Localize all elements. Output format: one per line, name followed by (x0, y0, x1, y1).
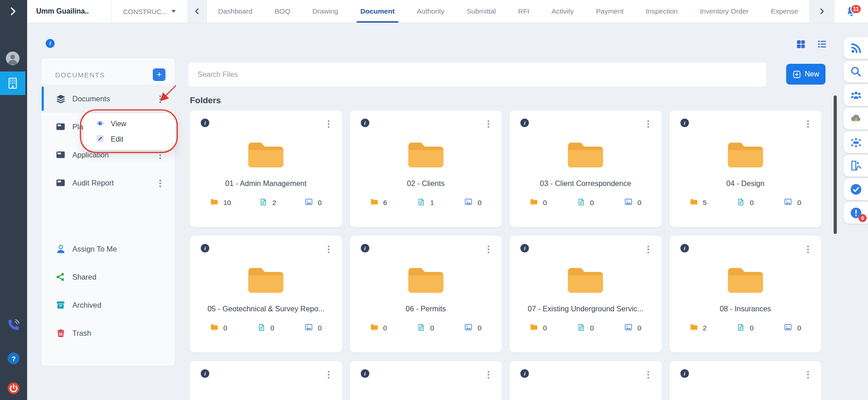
tab-authority[interactable]: Authority (417, 0, 444, 23)
folder-icon (350, 140, 502, 169)
right-rail-team-button[interactable] (844, 84, 868, 106)
folder-card[interactable]: i⋮01 - Admin Management1020 (190, 110, 342, 227)
card-kebab-icon[interactable]: ⋮ (481, 117, 495, 131)
card-kebab-icon[interactable]: ⋮ (801, 117, 815, 131)
mini-doc-icon (737, 198, 745, 208)
right-rail-meeting-button[interactable] (844, 131, 868, 153)
info-icon[interactable]: i (520, 369, 529, 378)
folder-card-partial[interactable]: i⋮ (190, 361, 342, 400)
folder-tab-icon (55, 178, 66, 188)
card-kebab-icon[interactable]: ⋮ (642, 367, 656, 381)
search-icon (850, 66, 862, 77)
right-rail-storm-button[interactable] (844, 108, 868, 129)
new-button[interactable]: New (786, 64, 826, 85)
item-kebab-icon[interactable]: ⋮ (153, 177, 167, 189)
right-rail-check-circle-button[interactable] (844, 178, 868, 200)
org-name[interactable]: Umm Guailina.. (27, 0, 112, 23)
folder-count: 6 (383, 199, 387, 207)
folder-card[interactable]: i⋮02 - Clients610 (350, 110, 502, 227)
item-kebab-icon[interactable]: ⋮ (153, 93, 167, 105)
sidebar-title: DOCUMENTS (55, 71, 105, 79)
folder-card[interactable]: i⋮05 - Geotechnical & Survey Repo...000 (190, 236, 342, 352)
sidebar-link-assign-to-me[interactable]: Assign To Me (42, 235, 175, 263)
folder-card[interactable]: i⋮08 - Insurances200 (670, 236, 822, 352)
folder-card[interactable]: i⋮07 - Existing Underground Servic...000 (509, 236, 662, 352)
info-icon[interactable]: i (201, 244, 209, 252)
tabs-scroll-left-button[interactable] (187, 0, 207, 23)
folder-card[interactable]: i⋮03 - Client Correspondence000 (509, 110, 662, 227)
sidebar-link-trash[interactable]: Trash (42, 319, 175, 347)
add-folder-button[interactable]: + (153, 68, 165, 81)
sidebar-item-documents[interactable]: Documents⋮ (42, 85, 175, 113)
folder-card-partial[interactable]: i⋮ (509, 361, 662, 400)
folder-count: 0 (543, 324, 547, 332)
item-kebab-icon[interactable]: ⋮ (153, 149, 167, 161)
projects-building-icon[interactable] (0, 71, 25, 95)
trash-icon (55, 329, 66, 338)
tab-inventory-order[interactable]: Inventory Order (700, 0, 749, 23)
info-icon[interactable]: i (520, 244, 529, 252)
folder-card[interactable]: i⋮06 - Permits000 (350, 236, 502, 352)
power-logout-icon[interactable] (0, 382, 27, 395)
folder-counts: 610 (350, 198, 502, 208)
folder-card-partial[interactable]: i⋮ (350, 361, 502, 400)
info-icon[interactable]: i (680, 119, 689, 127)
right-rail-exit-button[interactable] (844, 155, 868, 176)
card-kebab-icon[interactable]: ⋮ (481, 367, 495, 381)
card-kebab-icon[interactable]: ⋮ (642, 117, 656, 131)
tab-document[interactable]: Document (360, 0, 395, 23)
right-rail-rss-button[interactable] (844, 37, 868, 59)
info-icon[interactable]: i (361, 119, 369, 127)
folder-name: 07 - Existing Underground Servic... (509, 305, 662, 313)
vertical-scrollbar[interactable] (834, 95, 837, 234)
help-icon[interactable]: ? (0, 352, 27, 364)
mini-image-icon (464, 198, 472, 208)
card-kebab-icon[interactable]: ⋮ (642, 242, 656, 256)
search-input[interactable] (188, 62, 767, 87)
sidebar-link-archived[interactable]: Archived (42, 291, 175, 319)
context-menu-view[interactable]: View (84, 116, 175, 132)
card-kebab-icon[interactable]: ⋮ (801, 242, 815, 256)
right-rail-search-button[interactable] (844, 61, 868, 82)
expand-sidebar-chevron-icon[interactable] (8, 6, 18, 18)
page-info-icon[interactable]: i (46, 39, 55, 48)
tab-expense[interactable]: Expense (771, 0, 798, 23)
tab-boq[interactable]: BOQ (274, 0, 290, 23)
info-icon[interactable]: i (680, 369, 689, 378)
right-rail-alert-button[interactable]: 0 (844, 202, 868, 224)
info-icon[interactable]: i (201, 119, 209, 127)
tab-submittal[interactable]: Submittal (467, 0, 496, 23)
tab-dashboard[interactable]: Dashboard (218, 0, 253, 23)
card-kebab-icon[interactable]: ⋮ (322, 117, 336, 131)
notification-count-badge: 11 (850, 4, 862, 14)
card-kebab-icon[interactable]: ⋮ (801, 367, 815, 381)
context-menu-edit[interactable]: Edit (84, 132, 175, 147)
tabs-scroll-right-button[interactable] (809, 0, 835, 23)
card-kebab-icon[interactable]: ⋮ (481, 242, 495, 256)
info-icon[interactable]: i (361, 369, 369, 378)
project-selector[interactable]: CONSTRUC... (112, 0, 187, 23)
sidebar-item-audit-report[interactable]: Audit Report⋮ (42, 169, 175, 197)
tab-drawing[interactable]: Drawing (312, 0, 338, 23)
grid-view-icon[interactable] (796, 39, 806, 51)
sidebar-item-label: Documents (72, 95, 110, 103)
sidebar-link-shared[interactable]: Shared (42, 263, 175, 291)
tab-activity[interactable]: Activity (552, 0, 574, 23)
info-icon[interactable]: i (680, 244, 689, 252)
tab-inspection[interactable]: Inspection (646, 0, 678, 23)
tab-payment[interactable]: Payment (596, 0, 623, 23)
list-view-icon[interactable] (817, 39, 827, 51)
folder-name: 05 - Geotechnical & Survey Repo... (190, 305, 342, 313)
info-icon[interactable]: i (361, 244, 369, 252)
card-kebab-icon[interactable]: ⋮ (322, 367, 336, 381)
user-avatar[interactable] (6, 52, 19, 65)
phone-support-icon[interactable] (0, 318, 27, 332)
info-icon[interactable]: i (201, 369, 209, 378)
sidebar-item-label: Audit Report (72, 179, 114, 187)
folder-card[interactable]: i⋮04 - Design500 (670, 110, 822, 227)
card-kebab-icon[interactable]: ⋮ (322, 242, 336, 256)
notifications-button[interactable]: 11 (835, 0, 868, 23)
tab-rfi[interactable]: RFI (518, 0, 529, 23)
info-icon[interactable]: i (520, 119, 529, 127)
folder-card-partial[interactable]: i⋮ (670, 361, 822, 400)
